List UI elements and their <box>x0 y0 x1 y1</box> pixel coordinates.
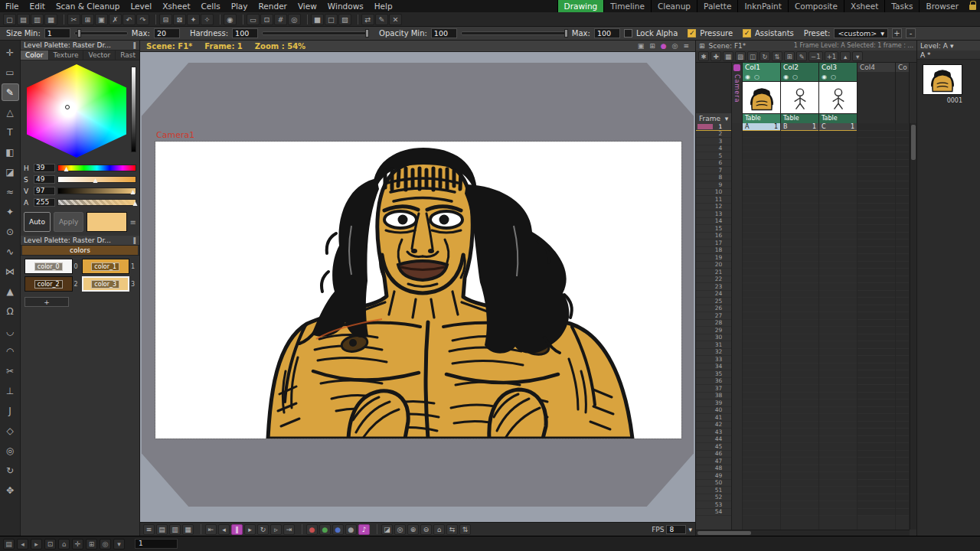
menu-render[interactable]: Render <box>253 1 292 11</box>
flip-h-button[interactable]: ⇆ <box>446 524 458 535</box>
frame-row-17[interactable]: 17 <box>696 240 731 247</box>
empty-cell[interactable] <box>858 247 895 255</box>
empty-cell[interactable] <box>896 465 909 473</box>
empty-cell[interactable] <box>896 451 909 458</box>
empty-cell[interactable] <box>896 334 909 342</box>
type-tool[interactable]: T <box>2 124 18 140</box>
room-tab-tasks[interactable]: Tasks <box>884 0 919 12</box>
sub-camera-toggle[interactable]: ▥ <box>169 524 181 535</box>
empty-cell[interactable] <box>781 174 818 182</box>
empty-cell[interactable] <box>819 291 857 298</box>
empty-cell[interactable] <box>781 291 818 298</box>
empty-cell[interactable] <box>858 138 895 145</box>
empty-cell[interactable] <box>896 480 909 487</box>
frame-row-11[interactable]: 11 <box>696 196 731 204</box>
empty-cell[interactable] <box>781 356 818 364</box>
empty-cell[interactable] <box>858 436 895 444</box>
empty-cell[interactable] <box>858 174 895 182</box>
empty-cell[interactable] <box>781 407 818 415</box>
camera-column[interactable]: Camera <box>732 63 743 123</box>
empty-cell[interactable] <box>743 501 780 509</box>
empty-cell[interactable] <box>896 458 909 465</box>
empty-cell[interactable] <box>743 327 780 334</box>
chevron-down-icon[interactable]: ▾ <box>950 42 954 50</box>
freeze-icon[interactable]: ● <box>661 42 667 50</box>
locator-icon[interactable]: ◎ <box>100 539 111 549</box>
scrollbar-thumb[interactable] <box>911 125 916 160</box>
empty-cell[interactable] <box>781 254 818 262</box>
empty-cell[interactable] <box>781 399 818 407</box>
frame-row-5[interactable]: 5 <box>696 152 731 160</box>
animate-tool[interactable]: ✛ <box>2 44 18 60</box>
frame-row-31[interactable]: 31 <box>696 341 731 349</box>
empty-cell[interactable] <box>819 378 857 386</box>
channel-slider[interactable] <box>57 187 136 194</box>
empty-cell[interactable] <box>896 494 909 502</box>
empty-cell[interactable] <box>858 276 895 284</box>
histogram-button[interactable]: ◪ <box>381 524 393 535</box>
channel-value-field[interactable]: 49 <box>34 175 55 184</box>
selection-tool[interactable]: ▭ <box>2 64 18 80</box>
empty-cell[interactable] <box>743 145 780 153</box>
empty-cell[interactable] <box>858 472 895 480</box>
decrease-step-icon[interactable]: ▾ <box>852 51 863 61</box>
empty-cell[interactable] <box>896 131 909 139</box>
reset-view-button[interactable]: ⌂ <box>433 524 445 535</box>
empty-cell[interactable] <box>896 393 909 400</box>
lock-toggle-icon[interactable]: ○ <box>754 73 760 80</box>
column-thumbnail[interactable] <box>781 81 818 114</box>
empty-cell[interactable] <box>858 465 895 473</box>
empty-cell[interactable] <box>858 494 895 502</box>
empty-cell[interactable] <box>781 327 818 334</box>
frame-row-26[interactable]: 26 <box>696 305 731 313</box>
frame-row-9[interactable]: 9 <box>696 181 731 189</box>
empty-cell[interactable] <box>896 385 909 393</box>
frame-header-cell[interactable]: Frame ▾ <box>696 113 731 123</box>
actual-size-icon[interactable]: ⌂ <box>58 539 70 549</box>
empty-cell[interactable] <box>743 422 780 429</box>
empty-cell[interactable] <box>858 131 895 139</box>
empty-cell[interactable] <box>819 364 857 371</box>
swatch-color_0[interactable]: color_0 <box>24 259 73 274</box>
empty-cell[interactable] <box>743 305 780 313</box>
channel-slider[interactable] <box>57 165 136 171</box>
menu-cells[interactable]: Cells <box>196 1 226 11</box>
safe-area-icon[interactable]: ▭ <box>247 14 260 25</box>
column-header-col4[interactable]: Col4 <box>858 63 896 123</box>
safe-area-toggle-icon[interactable]: ▣ <box>638 42 645 50</box>
empty-cell[interactable] <box>896 436 909 444</box>
empty-cell[interactable] <box>858 189 895 197</box>
preview-toggle[interactable]: ▤ <box>156 524 168 535</box>
frame-row-41[interactable]: 41 <box>696 414 731 422</box>
empty-cell[interactable] <box>743 472 780 480</box>
empty-cell[interactable] <box>858 393 895 400</box>
empty-cell[interactable] <box>819 349 857 357</box>
frame-row-37[interactable]: 37 <box>696 385 731 393</box>
empty-cell[interactable] <box>743 494 780 502</box>
eraser-tool[interactable]: ◪ <box>2 164 18 180</box>
empty-cell[interactable] <box>819 145 857 153</box>
frame-row-52[interactable]: 52 <box>696 494 731 502</box>
empty-cell[interactable] <box>858 378 895 386</box>
empty-cell[interactable] <box>819 131 857 139</box>
channel-value-field[interactable]: 39 <box>34 164 55 172</box>
empty-cell[interactable] <box>743 283 780 291</box>
frame-row-3[interactable]: 3 <box>696 138 731 145</box>
empty-cell[interactable] <box>896 487 909 494</box>
empty-cell[interactable] <box>781 312 818 320</box>
empty-cell[interactable] <box>743 254 780 262</box>
empty-cell[interactable] <box>743 320 780 328</box>
empty-cell[interactable] <box>781 189 818 197</box>
cleanup-settings-icon[interactable]: ✦ <box>187 14 200 25</box>
frame-row-8[interactable]: 8 <box>696 174 731 182</box>
empty-cell[interactable] <box>858 283 895 291</box>
empty-cell[interactable] <box>896 378 909 386</box>
level-strip-header[interactable]: Level: A ▾ <box>917 41 980 51</box>
empty-cell[interactable] <box>858 160 895 168</box>
redo-icon[interactable]: ↷ <box>136 14 149 25</box>
frame-row-54[interactable]: 54 <box>696 509 731 517</box>
apply-button[interactable]: Apply <box>54 212 83 232</box>
zoom-in-button[interactable]: ⊕ <box>407 524 419 535</box>
more-icon[interactable]: ▾ <box>113 539 125 549</box>
empty-cell[interactable] <box>781 472 818 480</box>
